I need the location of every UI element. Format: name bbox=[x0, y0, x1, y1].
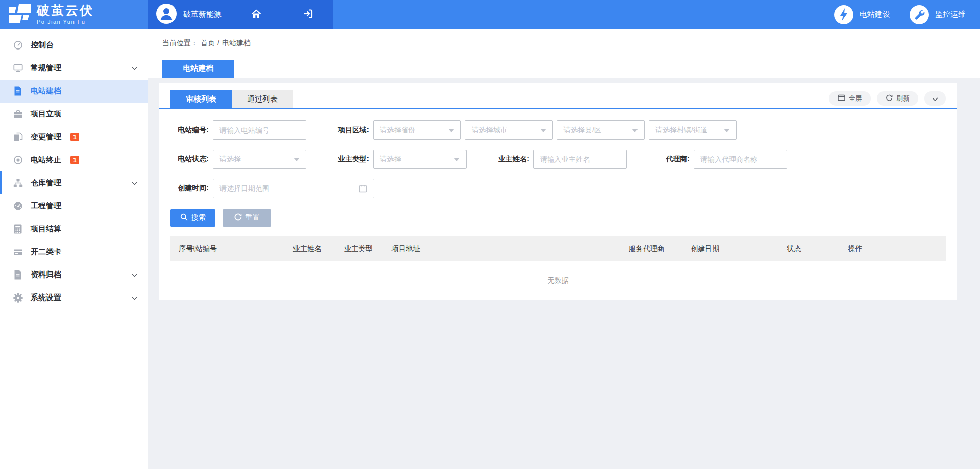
sidebar-item-label: 变更管理 bbox=[31, 132, 61, 142]
create-time-group: 创建时间: bbox=[170, 179, 374, 198]
owner-name-group: 业主姓名: bbox=[491, 150, 627, 169]
tab-passed-list[interactable]: 通过列表 bbox=[232, 90, 293, 108]
calendar-icon bbox=[359, 184, 368, 193]
shortcut-label: 电站建设 bbox=[860, 10, 890, 19]
sidebar-item-general-mgmt[interactable]: 常规管理 bbox=[0, 57, 148, 80]
filter-row-3: 创建时间: bbox=[170, 179, 946, 198]
filter-form: 电站编号: 项目区域: 请选择省份 请选择城市 bbox=[170, 120, 946, 227]
sidebar-item-open-card[interactable]: 开二类卡 bbox=[0, 240, 148, 263]
sidebar-item-station-filing[interactable]: 电站建档 bbox=[0, 80, 148, 103]
region-selects: 请选择省份 请选择城市 请选择县/区 请选择村镇/街道 bbox=[373, 120, 737, 140]
notification-badge: 1 bbox=[70, 156, 79, 164]
shortcut-station-build[interactable]: 电站建设 bbox=[834, 5, 890, 24]
col-status: 状态 bbox=[787, 244, 848, 254]
caret-down-icon bbox=[632, 129, 638, 132]
col-service-agent: 服务代理商 bbox=[629, 244, 691, 254]
date-range-input[interactable] bbox=[213, 179, 374, 198]
results-table: 序号 电站编号 业主姓名 业主类型 项目地址 服务代理商 创建日期 状态 操作 … bbox=[170, 236, 946, 300]
search-button[interactable]: 搜索 bbox=[170, 209, 215, 227]
caret-down-icon bbox=[540, 129, 546, 132]
filter-actions: 搜索 重置 bbox=[170, 209, 946, 227]
wrench-icon bbox=[910, 5, 929, 24]
monitor-icon bbox=[13, 63, 23, 73]
breadcrumb: 当前位置： 首页 / 电站建档 bbox=[162, 39, 980, 48]
station-no-label: 电站编号: bbox=[170, 126, 209, 135]
search-icon bbox=[180, 213, 188, 223]
county-select-placeholder: 请选择县/区 bbox=[564, 126, 601, 135]
reset-button[interactable]: 重置 bbox=[223, 209, 271, 227]
brand-subtitle: Po Jian Yun Fu bbox=[37, 19, 94, 25]
fullscreen-button[interactable]: 全屏 bbox=[829, 91, 871, 106]
chevron-down-icon bbox=[131, 296, 138, 300]
sidebar-item-project-settlement[interactable]: 项目结算 bbox=[0, 217, 148, 240]
home-icon bbox=[251, 9, 262, 21]
sidebar-item-project-initiation[interactable]: 项目立项 bbox=[0, 103, 148, 126]
search-label: 搜索 bbox=[191, 213, 206, 223]
town-select[interactable]: 请选择村镇/街道 bbox=[649, 120, 737, 140]
breadcrumb-current: 电站建档 bbox=[222, 39, 251, 48]
tab-review-list[interactable]: 审核列表 bbox=[170, 90, 232, 108]
card-icon bbox=[13, 247, 23, 257]
breadcrumb-home-link[interactable]: 首页 bbox=[201, 39, 215, 48]
owner-type-group: 业主类型: 请选择 bbox=[331, 150, 467, 169]
target-icon bbox=[13, 155, 23, 165]
caret-down-icon bbox=[293, 158, 300, 161]
province-select[interactable]: 请选择省份 bbox=[373, 120, 461, 140]
avatar bbox=[156, 4, 177, 26]
owner-name-input[interactable] bbox=[533, 150, 627, 169]
collapse-toolbar-button[interactable] bbox=[924, 91, 946, 106]
sidebar-item-warehouse-mgmt[interactable]: 仓库管理 bbox=[0, 171, 148, 194]
fullscreen-label: 全屏 bbox=[849, 94, 862, 103]
archive-icon bbox=[13, 270, 23, 280]
refresh-button[interactable]: 刷新 bbox=[877, 91, 918, 106]
sidebar-item-label: 电站建档 bbox=[31, 86, 61, 96]
city-select-placeholder: 请选择城市 bbox=[472, 126, 507, 135]
sidebar-item-engineering-mgmt[interactable]: 工程管理 bbox=[0, 194, 148, 217]
agent-group: 代理商: bbox=[651, 150, 787, 169]
sign-in-button[interactable] bbox=[282, 0, 333, 29]
app-header: 破茧云伏 Po Jian Yun Fu 破茧新能源 bbox=[0, 0, 980, 29]
table-header-row: 序号 电站编号 业主姓名 业主类型 项目地址 服务代理商 创建日期 状态 操作 bbox=[170, 236, 946, 261]
sitemap-icon bbox=[13, 178, 23, 188]
chevron-down-icon bbox=[131, 66, 138, 70]
user-menu[interactable]: 破茧新能源 bbox=[148, 0, 230, 29]
create-time-label: 创建时间: bbox=[170, 184, 209, 193]
sign-in-icon bbox=[303, 9, 313, 21]
gauge-icon bbox=[13, 40, 23, 51]
header-shortcuts: 电站建设 监控运维 bbox=[834, 0, 980, 29]
sidebar-item-system-settings[interactable]: 系统设置 bbox=[0, 286, 148, 309]
station-no-group: 电站编号: bbox=[170, 120, 306, 140]
sidebar-item-data-archive[interactable]: 资料归档 bbox=[0, 263, 148, 286]
lightning-icon bbox=[834, 5, 853, 24]
shortcut-monitor-ops[interactable]: 监控运维 bbox=[910, 5, 966, 24]
refresh-icon bbox=[886, 94, 893, 103]
agent-input[interactable] bbox=[694, 150, 787, 169]
calculator-icon bbox=[13, 224, 23, 234]
chevron-down-icon bbox=[131, 181, 138, 185]
station-no-input[interactable] bbox=[213, 120, 306, 140]
page-tab-station-filing[interactable]: 电站建档 bbox=[162, 60, 234, 78]
brand-logo: 破茧云伏 Po Jian Yun Fu bbox=[0, 0, 148, 29]
owner-type-select[interactable]: 请选择 bbox=[373, 150, 467, 169]
caret-down-icon bbox=[724, 129, 730, 132]
empty-state-text: 无数据 bbox=[170, 261, 946, 300]
owner-name-label: 业主姓名: bbox=[491, 155, 529, 164]
sidebar-item-console[interactable]: 控制台 bbox=[0, 34, 148, 57]
caret-down-icon bbox=[448, 129, 454, 132]
sidebar-item-station-termination[interactable]: 电站终止 1 bbox=[0, 149, 148, 171]
county-select[interactable]: 请选择县/区 bbox=[557, 120, 645, 140]
city-select[interactable]: 请选择城市 bbox=[465, 120, 553, 140]
station-status-select[interactable]: 请选择 bbox=[213, 150, 306, 169]
col-project-address: 项目地址 bbox=[391, 244, 629, 254]
town-select-placeholder: 请选择村镇/街道 bbox=[655, 126, 707, 135]
col-owner-name: 业主姓名 bbox=[293, 244, 344, 254]
region-group: 项目区域: 请选择省份 请选择城市 请选择县/区 bbox=[331, 120, 737, 140]
owner-type-placeholder: 请选择 bbox=[380, 155, 401, 164]
agent-label: 代理商: bbox=[651, 155, 690, 164]
sidebar-item-change-mgmt[interactable]: 变更管理 1 bbox=[0, 126, 148, 149]
col-station-no: 电站编号 bbox=[188, 244, 293, 254]
breadcrumb-separator: / bbox=[217, 39, 219, 48]
reset-icon bbox=[234, 213, 242, 223]
briefcase-icon bbox=[13, 109, 23, 119]
home-button[interactable] bbox=[230, 0, 282, 29]
